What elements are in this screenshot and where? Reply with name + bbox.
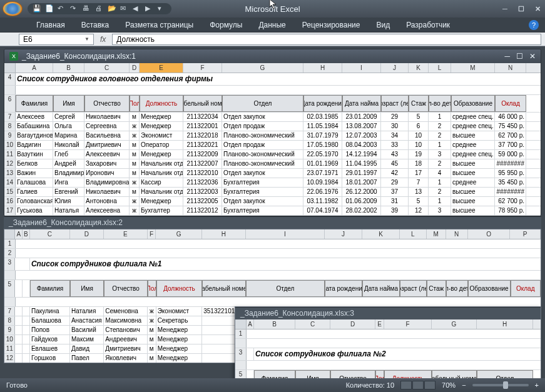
table-header[interactable]: Отдел: [246, 280, 325, 297]
row-header[interactable]: 2: [4, 249, 16, 258]
cell[interactable]: ж: [130, 131, 140, 140]
cell[interactable]: м: [130, 113, 140, 121]
column-header[interactable]: D: [330, 319, 375, 329]
row-header[interactable]: 9: [4, 131, 16, 140]
cell[interactable]: Отдел продаж: [222, 122, 303, 131]
column-header[interactable]: H: [202, 229, 246, 239]
row-header[interactable]: 10: [4, 335, 15, 344]
cell[interactable]: 08.04.2003: [342, 141, 381, 149]
cell[interactable]: Список сотрудников филиала №1: [30, 258, 541, 271]
row-header[interactable]: 16: [4, 197, 16, 206]
cell[interactable]: Юлия: [53, 197, 84, 206]
cell[interactable]: 28.02.2002: [342, 206, 381, 215]
cell[interactable]: 5: [409, 197, 429, 206]
tab-insert[interactable]: Вставка: [76, 18, 115, 32]
cell[interactable]: Отдел закупок: [222, 169, 303, 178]
cell[interactable]: [23, 344, 30, 353]
row-header[interactable]: 13: [4, 169, 16, 178]
cell[interactable]: 3: [429, 206, 451, 215]
zoom-level[interactable]: 70%: [442, 381, 456, 389]
cell[interactable]: Инга: [53, 178, 84, 187]
cell[interactable]: Алексеев: [16, 113, 53, 121]
cell[interactable]: 12: [409, 206, 429, 215]
cell[interactable]: м: [130, 150, 140, 159]
cell[interactable]: высшее: [451, 188, 495, 196]
cell[interactable]: Максим: [70, 335, 104, 344]
column-header[interactable]: C: [295, 319, 330, 329]
column-header[interactable]: C: [30, 229, 70, 239]
cell[interactable]: 23.07.1971: [303, 169, 342, 178]
view-normal-icon[interactable]: [400, 381, 412, 389]
cell[interactable]: Ольга: [53, 122, 84, 131]
cell[interactable]: 62 700 р.: [495, 131, 526, 140]
cell[interactable]: Андреевич: [104, 335, 148, 344]
wb-minimize-button[interactable]: ─: [504, 52, 510, 61]
cell[interactable]: ж: [130, 178, 140, 187]
cell[interactable]: Экономист: [156, 307, 203, 316]
cell[interactable]: 2: [429, 131, 451, 140]
column-header[interactable]: A: [16, 63, 53, 73]
row-header[interactable]: 14: [4, 178, 16, 187]
cell[interactable]: 78 950 р.: [495, 206, 526, 215]
row-header[interactable]: [235, 339, 247, 348]
cell[interactable]: Балашова: [30, 316, 70, 325]
cell[interactable]: Планово-экономический: [222, 159, 303, 168]
cell[interactable]: м: [148, 326, 156, 334]
cell[interactable]: ########: [495, 188, 526, 196]
cell[interactable]: 13: [409, 188, 429, 196]
cell[interactable]: Отдел закупок: [222, 197, 303, 206]
cell[interactable]: Менеджер: [156, 344, 203, 353]
cell[interactable]: высшее: [451, 197, 495, 206]
cell[interactable]: 17: [409, 169, 429, 178]
cell[interactable]: Владимир: [53, 169, 84, 178]
column-header[interactable]: G: [222, 63, 303, 73]
cell[interactable]: 211322001: [183, 122, 222, 131]
cell[interactable]: 6: [409, 122, 429, 131]
cell[interactable]: Марина: [53, 131, 84, 140]
column-header[interactable]: M: [427, 229, 446, 239]
cell[interactable]: [15, 258, 29, 270]
column-header[interactable]: F: [183, 63, 222, 73]
cell[interactable]: 23.01.2009: [342, 113, 381, 121]
cell[interactable]: м: [148, 335, 156, 344]
cell[interactable]: [23, 335, 30, 344]
row-header[interactable]: 15: [4, 188, 16, 196]
cell[interactable]: ж: [148, 316, 156, 325]
fx-label[interactable]: fx: [100, 35, 106, 44]
cell[interactable]: Менеджер: [156, 326, 203, 334]
cell[interactable]: 46 000 р.: [495, 113, 526, 121]
column-header[interactable]: B: [254, 319, 295, 329]
table-header[interactable]: Табельный номер: [202, 280, 246, 297]
cell[interactable]: ########: [495, 159, 526, 168]
cell[interactable]: Васильевна: [84, 131, 130, 140]
workbook-titlebar-1[interactable]: X _Задание6_Консолидация.xlsx:1 ─ ☐ ✕: [4, 49, 541, 63]
row-header[interactable]: [235, 361, 247, 369]
column-header[interactable]: E: [104, 229, 148, 239]
cell[interactable]: 02.03.1985: [303, 113, 342, 121]
qat-dropdown-icon[interactable]: ▾: [158, 4, 166, 13]
cell[interactable]: 10.09.1984: [303, 178, 342, 187]
cell[interactable]: Евлашев: [30, 344, 70, 353]
cell[interactable]: [15, 326, 23, 334]
table-header[interactable]: Отдел: [222, 95, 303, 112]
cell[interactable]: м: [130, 188, 140, 196]
maximize-button[interactable]: ☐: [516, 5, 526, 13]
row-header[interactable]: 8: [4, 122, 16, 131]
cell[interactable]: 31: [381, 197, 409, 206]
row-header[interactable]: 6: [4, 95, 16, 112]
table-header[interactable]: Дата найма: [342, 95, 381, 112]
cell[interactable]: 211322036: [183, 178, 222, 187]
cell[interactable]: 45: [381, 159, 409, 168]
cell[interactable]: 2: [429, 122, 451, 131]
column-header[interactable]: A: [247, 319, 254, 329]
table-header[interactable]: Дата найма: [362, 280, 400, 297]
cell[interactable]: Антоновна: [84, 197, 130, 206]
tab-view[interactable]: Вид: [371, 18, 395, 32]
column-header[interactable]: N: [495, 63, 526, 73]
name-box[interactable]: E6 ▼: [19, 34, 94, 45]
cell[interactable]: Сергеевна: [84, 122, 130, 131]
cell[interactable]: высшее: [451, 169, 495, 178]
cell[interactable]: Галиев: [16, 188, 53, 196]
cell[interactable]: 12.07.2003: [342, 131, 381, 140]
row-header[interactable]: [4, 298, 16, 306]
